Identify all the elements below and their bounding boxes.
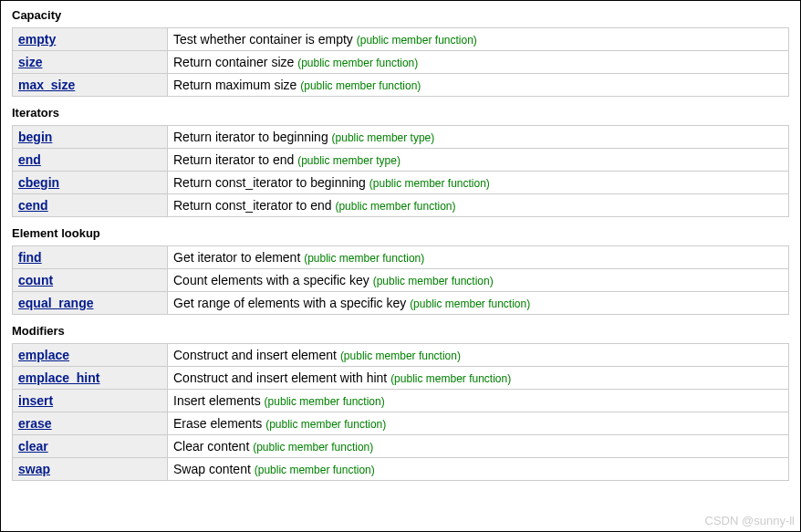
fn-tag: (public member function) xyxy=(335,200,455,213)
fn-tag: (public member function) xyxy=(304,252,424,265)
fn-link-empty[interactable]: empty xyxy=(18,32,56,47)
table-row: max_size Return maximum size (public mem… xyxy=(13,74,789,97)
fn-tag: (public member function) xyxy=(265,395,385,408)
table-row: find Get iterator to element (public mem… xyxy=(13,246,789,269)
table-row: insert Insert elements (public member fu… xyxy=(13,390,789,412)
fn-link-equal-range[interactable]: equal_range xyxy=(18,296,93,310)
fn-link-cbegin[interactable]: cbegin xyxy=(18,175,59,190)
table-row: equal_range Get range of elements with a… xyxy=(13,292,789,315)
fn-tag: (public member function) xyxy=(357,34,477,47)
fn-link-cend[interactable]: cend xyxy=(18,198,48,213)
fn-tag: (public member type) xyxy=(332,131,435,144)
fn-link-insert[interactable]: insert xyxy=(18,393,53,408)
capacity-table: empty Test whether container is empty (p… xyxy=(12,27,789,97)
section-title-element-lookup: Element lookup xyxy=(12,226,789,240)
table-row: emplace_hint Construct and insert elemen… xyxy=(13,367,789,390)
table-row: cbegin Return const_iterator to beginnin… xyxy=(13,172,789,194)
fn-desc: Return iterator to beginning xyxy=(173,130,328,144)
reference-panel: Capacity empty Test whether container is… xyxy=(0,0,801,532)
table-row: cend Return const_iterator to end (publi… xyxy=(13,194,789,217)
fn-desc: Insert elements xyxy=(173,393,261,408)
table-row: end Return iterator to end (public membe… xyxy=(13,149,789,172)
table-row: count Count elements with a specific key… xyxy=(13,269,789,292)
fn-desc: Clear content xyxy=(173,439,249,454)
fn-desc: Return iterator to end xyxy=(173,152,294,167)
fn-link-find[interactable]: find xyxy=(18,250,42,265)
fn-desc: Swap content xyxy=(173,462,251,476)
fn-desc: Test whether container is empty xyxy=(173,32,353,47)
fn-desc: Get range of elements with a specific ke… xyxy=(173,296,406,310)
fn-link-emplace[interactable]: emplace xyxy=(18,348,69,362)
fn-tag: (public member function) xyxy=(369,177,490,190)
fn-tag: (public member function) xyxy=(255,464,375,476)
fn-desc: Return container size xyxy=(173,55,294,69)
fn-tag: (public member function) xyxy=(340,349,461,362)
watermark: CSDN @sunny-ll xyxy=(705,514,795,527)
fn-desc: Get iterator to element xyxy=(173,250,300,265)
fn-tag: (public member function) xyxy=(265,418,386,431)
fn-link-size[interactable]: size xyxy=(18,55,42,69)
fn-tag: (public member type) xyxy=(297,154,400,167)
lookup-table: find Get iterator to element (public mem… xyxy=(12,245,789,315)
fn-tag: (public member function) xyxy=(410,297,530,310)
fn-tag: (public member function) xyxy=(390,372,511,385)
table-row: erase Erase elements (public member func… xyxy=(13,412,789,435)
table-row: empty Test whether container is empty (p… xyxy=(13,28,789,51)
fn-link-swap[interactable]: swap xyxy=(18,462,50,476)
fn-link-count[interactable]: count xyxy=(18,273,53,287)
fn-link-clear[interactable]: clear xyxy=(18,439,48,454)
iterators-table: begin Return iterator to beginning (publ… xyxy=(12,125,789,217)
fn-tag: (public member function) xyxy=(297,57,418,69)
fn-link-emplace-hint[interactable]: emplace_hint xyxy=(18,370,99,385)
fn-desc: Construct and insert element xyxy=(173,348,337,362)
fn-link-max-size[interactable]: max_size xyxy=(18,78,75,92)
fn-tag: (public member function) xyxy=(373,275,494,287)
fn-link-begin[interactable]: begin xyxy=(18,130,52,144)
section-title-modifiers: Modifiers xyxy=(12,324,789,338)
section-title-iterators: Iterators xyxy=(12,106,789,120)
fn-tag: (public member function) xyxy=(253,441,373,454)
fn-link-end[interactable]: end xyxy=(18,152,41,167)
table-row: swap Swap content (public member functio… xyxy=(13,458,789,481)
fn-desc: Return const_iterator to beginning xyxy=(173,175,366,190)
fn-desc: Return maximum size xyxy=(173,78,296,92)
fn-desc: Erase elements xyxy=(173,416,262,431)
table-row: emplace Construct and insert element (pu… xyxy=(13,344,789,367)
modifiers-table: emplace Construct and insert element (pu… xyxy=(12,343,789,481)
table-row: clear Clear content (public member funct… xyxy=(13,435,789,458)
fn-tag: (public member function) xyxy=(300,79,421,92)
table-row: size Return container size (public membe… xyxy=(13,51,789,74)
table-row: begin Return iterator to beginning (publ… xyxy=(13,126,789,149)
fn-desc: Count elements with a specific key xyxy=(173,273,369,287)
section-title-capacity: Capacity xyxy=(12,8,789,22)
fn-link-erase[interactable]: erase xyxy=(18,416,52,431)
fn-desc: Construct and insert element with hint xyxy=(173,370,387,385)
fn-desc: Return const_iterator to end xyxy=(173,198,332,213)
